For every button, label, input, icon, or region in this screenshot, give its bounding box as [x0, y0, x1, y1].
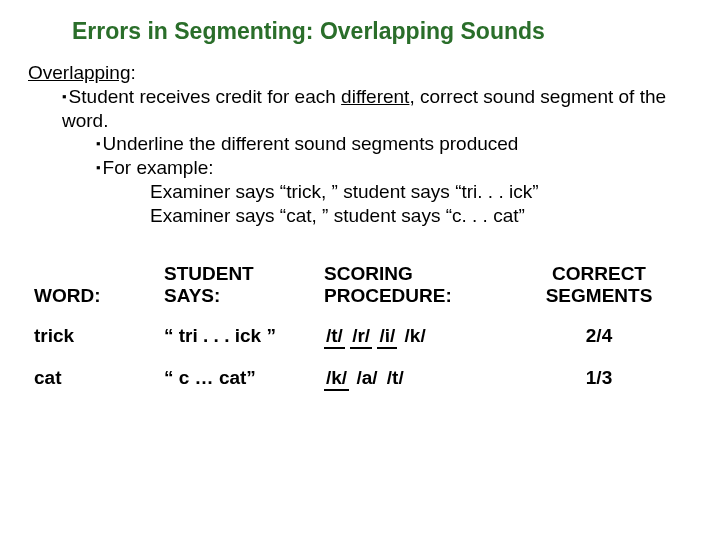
- table-row: cat“ c … cat”/k/ /a/ /t/ 1/3: [28, 367, 692, 391]
- header-procedure: SCORING PROCEDURE:: [324, 263, 514, 307]
- cell-word: cat: [28, 367, 164, 389]
- bullet-text: Underline the different sound segments p…: [103, 133, 519, 154]
- phoneme-segment: /t/: [324, 325, 345, 349]
- cell-procedure: /t/ /r/ /i/ /k/: [324, 325, 514, 349]
- lead-colon: :: [130, 62, 135, 83]
- phoneme-segment: /k/: [403, 325, 428, 347]
- lead-line: Overlapping:: [28, 61, 692, 85]
- cell-word: trick: [28, 325, 164, 347]
- example-line-1: Examiner says “trick, ” student says “tr…: [150, 180, 692, 204]
- bullet-icon: [96, 133, 103, 154]
- header-corr-l1: CORRECT: [514, 263, 684, 285]
- table-header-row: WORD: STUDENT SAYS: SCORING PROCEDURE: C…: [28, 263, 692, 307]
- header-proc-l1: SCORING: [324, 263, 514, 285]
- phoneme-segment: /i/: [377, 325, 397, 349]
- phoneme-segment: /k/: [324, 367, 349, 391]
- header-says: STUDENT SAYS:: [164, 263, 324, 307]
- slide-title: Errors in Segmenting: Overlapping Sounds: [72, 18, 692, 45]
- cell-says: “ tri . . . ick ”: [164, 325, 324, 347]
- body-text: Overlapping: Student receives credit for…: [28, 61, 692, 227]
- bullet-example: For example:: [96, 156, 692, 180]
- table-row: trick“ tri . . . ick ”/t/ /r/ /i/ /k/ 2/…: [28, 325, 692, 349]
- bullet-icon: [62, 86, 69, 107]
- bullet-text: For example:: [103, 157, 214, 178]
- phoneme-segment: /r/: [350, 325, 372, 349]
- bullet-text-pre: Student receives credit for each: [69, 86, 341, 107]
- bullet-text-u: different: [341, 86, 409, 107]
- scoring-table: WORD: STUDENT SAYS: SCORING PROCEDURE: C…: [28, 263, 692, 391]
- bullet-credit: Student receives credit for each differe…: [62, 85, 692, 133]
- header-proc-l2: PROCEDURE:: [324, 285, 514, 307]
- phoneme-segment: /a/: [354, 367, 379, 389]
- bullet-icon: [96, 157, 103, 178]
- cell-says: “ c … cat”: [164, 367, 324, 389]
- header-says-l1: STUDENT: [164, 263, 324, 285]
- header-corr-l2: SEGMENTS: [514, 285, 684, 307]
- phoneme-segment: /t/: [385, 367, 406, 389]
- cell-score: 2/4: [514, 325, 684, 347]
- header-word: WORD:: [28, 263, 164, 307]
- cell-score: 1/3: [514, 367, 684, 389]
- bullet-underline: Underline the different sound segments p…: [96, 132, 692, 156]
- example-line-2: Examiner says “cat, ” student says “c. .…: [150, 204, 692, 228]
- header-says-l2: SAYS:: [164, 285, 324, 307]
- header-correct: CORRECT SEGMENTS: [514, 263, 684, 307]
- slide: Errors in Segmenting: Overlapping Sounds…: [0, 0, 720, 409]
- cell-procedure: /k/ /a/ /t/: [324, 367, 514, 391]
- lead-word: Overlapping: [28, 62, 130, 83]
